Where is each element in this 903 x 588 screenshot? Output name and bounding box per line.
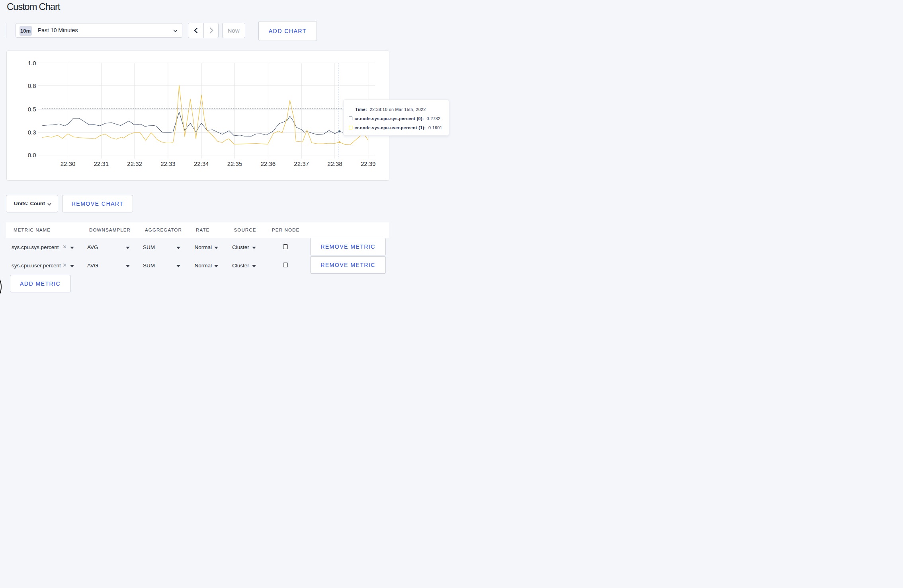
svg-text:22:33: 22:33 — [160, 160, 176, 167]
svg-text:22:34: 22:34 — [194, 160, 209, 167]
svg-text:0.5: 0.5 — [27, 106, 36, 113]
svg-text:22:39: 22:39 — [360, 160, 375, 167]
svg-text:0.8: 0.8 — [27, 82, 36, 89]
svg-text:0.3: 0.3 — [27, 129, 36, 136]
svg-text:1.0: 1.0 — [27, 59, 36, 66]
svg-text:22:31: 22:31 — [94, 160, 109, 167]
svg-text:0.0: 0.0 — [27, 152, 36, 158]
svg-text:22:38: 22:38 — [327, 160, 342, 167]
svg-text:22:32: 22:32 — [127, 160, 142, 167]
svg-text:22:36: 22:36 — [260, 160, 276, 167]
svg-text:22:37: 22:37 — [294, 160, 309, 167]
svg-text:22:30: 22:30 — [60, 160, 75, 167]
svg-text:22:35: 22:35 — [227, 160, 242, 167]
